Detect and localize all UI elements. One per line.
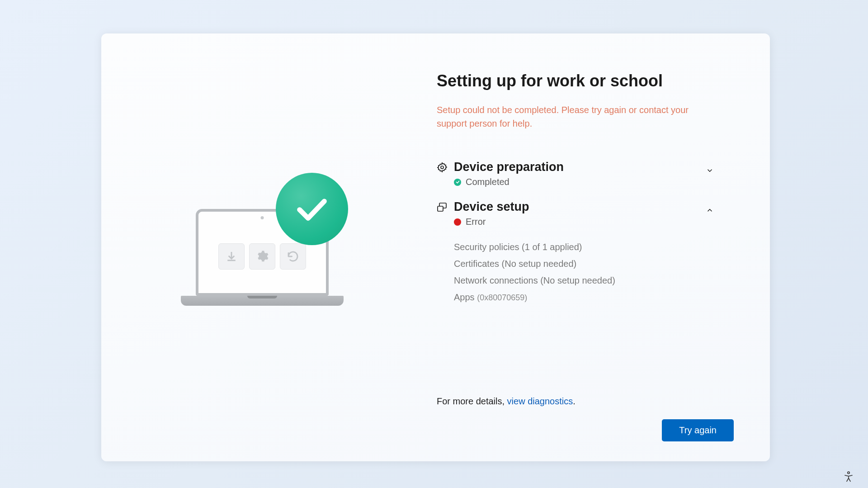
device-setup-status: Error — [454, 217, 734, 227]
laptop-icon-row — [218, 243, 306, 270]
device-setup-toggle[interactable]: Device setup Error — [437, 200, 734, 227]
footer-suffix: . — [573, 396, 576, 406]
detail-apps: Apps (0x80070659) — [454, 289, 734, 306]
error-message: Setup could not be completed. Please try… — [437, 103, 690, 130]
footer-text: For more details, view diagnostics. — [437, 396, 734, 407]
detail-apps-code: (0x80070659) — [477, 293, 527, 302]
try-again-button[interactable]: Try again — [662, 419, 734, 441]
page-title: Setting up for work or school — [437, 71, 734, 90]
settings-mini-icon — [249, 243, 275, 270]
content-panel: Setting up for work or school Setup coul… — [437, 33, 770, 461]
laptop-illustration — [176, 173, 362, 308]
device-preparation-section: Device preparation Completed — [437, 160, 734, 187]
download-icon — [218, 243, 245, 270]
status-complete-icon — [454, 179, 461, 186]
chevron-up-icon — [706, 206, 714, 214]
footer-prefix: For more details, — [437, 396, 507, 406]
view-diagnostics-link[interactable]: view diagnostics — [507, 396, 573, 406]
refresh-icon — [280, 243, 306, 270]
gear-icon — [437, 162, 448, 173]
svg-rect-2 — [438, 206, 443, 211]
device-preparation-content: Device preparation Completed — [454, 160, 734, 187]
detail-certificates: Certificates (No setup needed) — [454, 256, 734, 272]
laptop-base — [181, 296, 344, 306]
detail-security-policies: Security policies (1 of 1 applied) — [454, 239, 734, 256]
device-setup-section: Device setup Error Security policies (1 … — [437, 200, 734, 306]
laptop-notch — [247, 296, 277, 298]
svg-point-3 — [848, 472, 849, 474]
detail-apps-label: Apps — [454, 292, 475, 302]
device-preparation-status: Completed — [454, 177, 734, 187]
devices-icon — [437, 202, 448, 213]
setup-card: Setting up for work or school Setup coul… — [101, 33, 770, 461]
footer: For more details, view diagnostics. Try … — [437, 396, 734, 441]
device-setup-status-text: Error — [466, 217, 486, 227]
laptop-camera — [261, 216, 264, 219]
device-setup-content: Device setup Error — [454, 200, 734, 227]
accessibility-icon[interactable] — [843, 471, 854, 483]
status-error-icon — [454, 218, 461, 226]
illustration-panel — [101, 33, 437, 461]
device-setup-details: Security policies (1 of 1 applied) Certi… — [454, 239, 734, 306]
checkmark-badge-icon — [276, 173, 348, 245]
detail-network: Network connections (No setup needed) — [454, 272, 734, 289]
device-preparation-title: Device preparation — [454, 160, 734, 174]
chevron-down-icon — [706, 166, 714, 175]
device-preparation-status-text: Completed — [466, 177, 509, 187]
button-row: Try again — [437, 419, 734, 441]
device-setup-title: Device setup — [454, 200, 734, 214]
svg-point-0 — [441, 166, 443, 169]
device-preparation-toggle[interactable]: Device preparation Completed — [437, 160, 734, 187]
